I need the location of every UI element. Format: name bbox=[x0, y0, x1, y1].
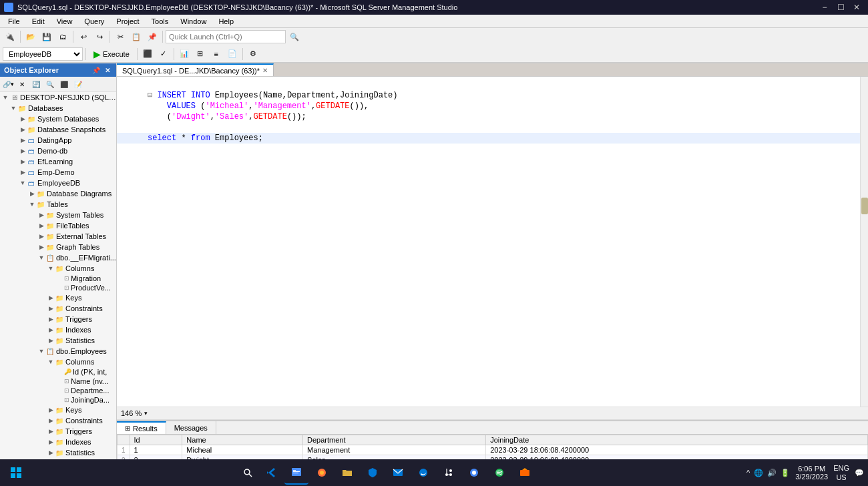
zoom-dropdown-button[interactable]: ▾ bbox=[144, 410, 148, 417]
code-editor[interactable]: ⊟ INSERT INTO Employees(Name,Department,… bbox=[117, 77, 868, 407]
tables-node[interactable]: ▼ 📁 Tables bbox=[0, 199, 116, 210]
filetables-expand[interactable]: ▶ bbox=[37, 222, 45, 230]
keys1-node[interactable]: ▶📁Keys bbox=[0, 292, 116, 303]
parse-button[interactable]: ✓ bbox=[156, 47, 171, 61]
restore-button[interactable]: ☐ bbox=[833, 0, 848, 15]
triggers1-node[interactable]: ▶📁Triggers bbox=[0, 314, 116, 324]
keys1-expand[interactable]: ▶ bbox=[47, 294, 55, 302]
menu-query[interactable]: Query bbox=[79, 16, 110, 27]
efmigration-node[interactable]: ▼ 📋 dbo.__EFMigrati... bbox=[0, 252, 116, 263]
grid-results-button[interactable]: ⊞ bbox=[193, 47, 208, 61]
keys2-node[interactable]: ▶📁Keys bbox=[0, 405, 116, 415]
employeedb-node[interactable]: ▼ 🗃 EmployeeDB bbox=[0, 178, 116, 188]
taskbar-app-search[interactable] bbox=[238, 461, 258, 485]
demo-db-node[interactable]: ▶🗃Demo-db bbox=[0, 146, 116, 156]
text-results-button[interactable]: ≡ bbox=[209, 47, 224, 61]
taskbar-app-misc[interactable] bbox=[513, 461, 537, 485]
stat1-expand[interactable]: ▶ bbox=[47, 336, 55, 344]
server-expand-icon[interactable]: ▼ bbox=[1, 93, 9, 101]
execute-button[interactable]: ▶ Execute bbox=[89, 47, 134, 61]
new-connection-button[interactable]: 🔌 bbox=[3, 30, 17, 43]
triggers2-node[interactable]: ▶📁Triggers bbox=[0, 426, 116, 437]
eflearning-expand[interactable]: ▶ bbox=[19, 158, 27, 166]
search-button[interactable]: 🔍 bbox=[287, 30, 302, 43]
columns1-node[interactable]: ▼ 📁 Columns bbox=[0, 263, 116, 274]
clock[interactable]: 6:06 PM 3/29/2023 bbox=[795, 465, 828, 481]
db-diagrams-node[interactable]: ▶📁Database Diagrams bbox=[0, 188, 116, 199]
taskbar-app-git[interactable] bbox=[437, 461, 461, 485]
menu-project[interactable]: Project bbox=[111, 16, 144, 27]
oe-disconnect-button[interactable]: ✕ bbox=[15, 78, 29, 90]
undo-button[interactable]: ↩ bbox=[76, 30, 91, 43]
trig2-expand[interactable]: ▶ bbox=[47, 427, 55, 435]
oe-connect-button[interactable]: 🔗 ▾ bbox=[1, 78, 15, 90]
empdemo-expand[interactable]: ▶ bbox=[19, 168, 27, 176]
graphtables-expand[interactable]: ▶ bbox=[37, 243, 45, 251]
system-dbs-node[interactable]: ▶📁System Databases bbox=[0, 113, 116, 124]
results-tab[interactable]: ⊞ Results bbox=[117, 421, 166, 434]
employees-expand[interactable]: ▼ bbox=[37, 347, 45, 355]
cols2-expand[interactable]: ▼ bbox=[47, 358, 55, 366]
taskbar-app-explorer[interactable] bbox=[335, 461, 359, 485]
idx2-expand[interactable]: ▶ bbox=[47, 438, 55, 446]
editor-scrollbar-track[interactable] bbox=[860, 77, 868, 407]
redo-button[interactable]: ↪ bbox=[92, 30, 107, 43]
databases-expand-icon[interactable]: ▼ bbox=[9, 104, 17, 112]
database-dropdown[interactable]: EmployeeDB bbox=[3, 47, 83, 61]
taskbar-app-firefox[interactable] bbox=[310, 461, 334, 485]
taskbar-app-chrome[interactable] bbox=[462, 461, 486, 485]
stop-button[interactable]: ⬛ bbox=[140, 47, 155, 61]
demodb-expand[interactable]: ▶ bbox=[19, 147, 27, 155]
paste-button[interactable]: 📌 bbox=[145, 30, 160, 43]
save-button[interactable]: 💾 bbox=[39, 30, 54, 43]
stat2-expand[interactable]: ▶ bbox=[47, 449, 55, 457]
minimize-button[interactable]: − bbox=[817, 0, 832, 15]
copy-button[interactable]: 📋 bbox=[129, 30, 144, 43]
datingapp-expand[interactable]: ▶ bbox=[19, 136, 27, 144]
external-tables-node[interactable]: ▶📁External Tables bbox=[0, 231, 116, 242]
system-tables-node[interactable]: ▶📁System Tables bbox=[0, 210, 116, 220]
tray-arrow[interactable]: ^ bbox=[746, 469, 750, 477]
col-id-node[interactable]: ▶🔑Id (PK, int, bbox=[0, 367, 116, 377]
trig1-expand[interactable]: ▶ bbox=[47, 315, 55, 323]
col-name-node[interactable]: ▶⊡Name (nv... bbox=[0, 377, 116, 386]
open-file-button[interactable]: 📂 bbox=[23, 30, 38, 43]
emp-demo-node[interactable]: ▶🗃Emp-Demo bbox=[0, 167, 116, 178]
menu-tools[interactable]: Tools bbox=[146, 16, 174, 27]
statistics1-node[interactable]: ▶📁Statistics bbox=[0, 335, 116, 346]
search-input[interactable] bbox=[166, 30, 286, 43]
db-snapshots-node[interactable]: ▶📁Database Snapshots bbox=[0, 124, 116, 135]
taskbar-app-spotify[interactable] bbox=[487, 461, 511, 485]
file-results-button[interactable]: 📄 bbox=[225, 47, 240, 61]
migration-col-node[interactable]: ▶⊡Migration bbox=[0, 274, 116, 283]
col-dept-node[interactable]: ▶⊡Departme... bbox=[0, 386, 116, 395]
eflearning-node[interactable]: ▶🗃EfLearning bbox=[0, 156, 116, 167]
editor-scrollbar-thumb[interactable] bbox=[861, 198, 868, 214]
col-joining-node[interactable]: ▶⊡JoiningDa... bbox=[0, 395, 116, 405]
cons2-expand[interactable]: ▶ bbox=[47, 417, 55, 425]
oe-close-button[interactable]: ✕ bbox=[103, 65, 112, 75]
oe-stop-button[interactable]: ⬛ bbox=[57, 78, 71, 90]
dbdiag-expand[interactable]: ▶ bbox=[28, 190, 36, 198]
oe-new-query-button[interactable]: 📝 bbox=[71, 78, 85, 90]
systables-expand[interactable]: ▶ bbox=[37, 211, 45, 219]
close-button[interactable]: ✕ bbox=[849, 0, 864, 15]
cols1-expand[interactable]: ▼ bbox=[47, 264, 55, 272]
tables-expand[interactable]: ▼ bbox=[28, 200, 36, 208]
idx1-expand[interactable]: ▶ bbox=[47, 326, 55, 334]
taskbar-app-ssms[interactable] bbox=[284, 461, 308, 485]
notification-icon[interactable]: 💬 bbox=[855, 469, 864, 477]
taskbar-app-mail[interactable] bbox=[386, 461, 410, 485]
display-results-button[interactable]: 📊 bbox=[177, 47, 192, 61]
query-options-button[interactable]: ⚙ bbox=[246, 47, 260, 61]
taskbar-app-vscode[interactable] bbox=[259, 461, 283, 485]
menu-edit[interactable]: Edit bbox=[27, 16, 50, 27]
employees-node[interactable]: ▼ 📋 dbo.Employees bbox=[0, 346, 116, 356]
taskbar-app-windows-security[interactable] bbox=[361, 461, 385, 485]
cons1-expand[interactable]: ▶ bbox=[47, 304, 55, 312]
save-all-button[interactable]: 🗂 bbox=[55, 30, 70, 43]
constraints2-node[interactable]: ▶📁Constraints bbox=[0, 415, 116, 426]
exttables-expand[interactable]: ▶ bbox=[37, 232, 45, 240]
query-tab[interactable]: SQLQuery1.sql - DE...JKD\Bacancy (63))* … bbox=[117, 63, 274, 76]
messages-tab[interactable]: Messages bbox=[166, 421, 216, 434]
